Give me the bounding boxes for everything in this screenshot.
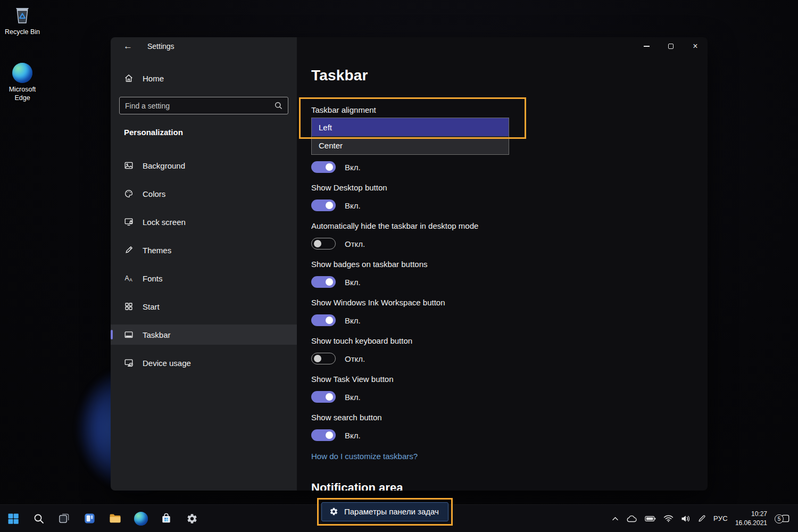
customize-taskbars-link[interactable]: How do I customize taskbars? [311, 452, 418, 461]
minimize-button[interactable] [634, 37, 659, 55]
toggle-search-button[interactable] [311, 429, 336, 441]
edge-button[interactable] [130, 508, 151, 529]
clock-time: 10:27 [735, 510, 767, 518]
taskbar-icon [124, 330, 134, 339]
desktop-icon-microsoft-edge[interactable]: Microsoft Edge [0, 63, 45, 102]
sidebar-item-label: Lock screen [143, 218, 186, 227]
toggle-auto-hide-taskbar[interactable] [311, 238, 336, 250]
toggle-group-task-view: Show Task View button Вкл. [311, 375, 609, 403]
notification-center-button[interactable]: 5 [775, 512, 791, 525]
toggle-group-show-badges: Show badges on taskbar buttons Вкл. [311, 260, 609, 288]
taskbar-settings-tooltip[interactable]: Параметры панели задач [321, 502, 448, 521]
sidebar-item-start[interactable]: Start [111, 296, 297, 317]
toggle-group-search-button: Show search button Вкл. [311, 413, 609, 442]
battery-tray-button[interactable] [645, 516, 656, 522]
search-input[interactable] [125, 102, 275, 110]
sidebar-item-taskbar[interactable]: Taskbar [111, 325, 297, 345]
back-button[interactable]: ← [123, 41, 132, 52]
pen-tray-button[interactable] [698, 514, 706, 522]
toggle-state: Вкл. [345, 201, 361, 210]
toggle-state: Вкл. [345, 278, 361, 287]
sidebar-item-label: Taskbar [143, 330, 171, 339]
page-title: Taskbar [311, 67, 368, 84]
sidebar-item-label: Start [143, 302, 160, 311]
toggle-task-view[interactable] [311, 391, 336, 403]
desktop: Recycle Bin Microsoft Edge ← Settings Ho… [0, 0, 798, 532]
sidebar-item-themes[interactable]: Themes [111, 240, 297, 260]
desktop-icon-label: Microsoft Edge [4, 86, 41, 102]
toggle-label: Show Desktop button [311, 183, 609, 193]
toggle-show-badges[interactable] [311, 276, 336, 288]
window-title: Settings [147, 42, 174, 51]
selected-indicator [111, 330, 113, 339]
start-button[interactable] [3, 508, 23, 529]
toggle-unlabeled[interactable] [311, 161, 336, 173]
system-tray: РУС 10:27 16.06.2021 5 [612, 510, 798, 527]
search-icon [275, 102, 282, 110]
toggle-group-touch-keyboard: Show touch keyboard button Откл. [311, 336, 609, 365]
maximize-button[interactable] [659, 37, 683, 55]
annotation-taskbar-settings-tooltip: Параметры панели задач [317, 498, 453, 526]
settings-window: ← Settings Home Personalization [111, 37, 708, 491]
search-icon [33, 513, 45, 525]
file-explorer-button[interactable] [105, 508, 126, 529]
volume-tray-button[interactable] [681, 515, 691, 522]
colors-icon [124, 189, 134, 198]
desktop-icon-label: Recycle Bin [5, 28, 40, 37]
background-icon [124, 161, 134, 170]
clock[interactable]: 10:27 16.06.2021 [735, 510, 767, 527]
toggle-label: Show Task View button [311, 375, 609, 384]
sidebar-item-device-usage[interactable]: Device usage [111, 353, 297, 373]
cloud-icon [626, 515, 637, 522]
sidebar-item-home[interactable]: Home [111, 68, 297, 88]
fonts-icon: A A [124, 273, 134, 283]
settings-app-button[interactable] [181, 508, 202, 529]
device-usage-icon [124, 358, 134, 368]
volume-icon [681, 515, 691, 522]
taskbar-alignment-label: Taskbar alignment [311, 105, 376, 114]
wifi-tray-button[interactable] [663, 514, 674, 522]
chevron-up-icon [612, 516, 619, 521]
dropdown-option-center[interactable]: Center [312, 136, 509, 154]
widgets-button[interactable] [79, 508, 100, 529]
task-view-button[interactable] [54, 508, 74, 529]
task-view-icon [58, 512, 70, 525]
tray-chevron-button[interactable] [612, 516, 619, 521]
search-box[interactable] [119, 97, 288, 114]
sidebar-item-label: Device usage [143, 359, 191, 368]
sidebar-nav: Background Colors Lock screen [111, 155, 297, 381]
dropdown-option-left[interactable]: Left [312, 118, 509, 136]
onedrive-tray-button[interactable] [626, 515, 637, 522]
toggle-label: Automatically hide the taskbar in deskto… [311, 221, 609, 231]
sidebar-item-fonts[interactable]: A A Fonts [111, 268, 297, 288]
toggle-touch-keyboard[interactable] [311, 353, 336, 364]
language-indicator[interactable]: РУС [713, 514, 728, 522]
clock-date: 16.06.2021 [735, 519, 767, 527]
close-button[interactable]: × [683, 37, 708, 55]
toggle-state: Вкл. [345, 163, 361, 172]
toggle-state: Вкл. [345, 393, 361, 402]
sidebar-item-colors[interactable]: Colors [111, 184, 297, 204]
store-icon [160, 512, 172, 525]
notification-area-heading: Notification area [311, 481, 609, 491]
edge-icon [134, 512, 148, 526]
taskbar-apps [0, 508, 202, 529]
toggle-show-desktop-button[interactable] [311, 200, 336, 211]
lock-screen-icon [124, 217, 134, 227]
window-controls: × [634, 37, 708, 55]
toggle-group-ink-workspace: Show Windows Ink Workspace button Вкл. [311, 298, 609, 327]
taskbar-search-button[interactable] [28, 508, 49, 529]
sidebar-item-background[interactable]: Background [111, 155, 297, 176]
recycle-bin-icon [12, 3, 33, 26]
battery-icon [645, 516, 656, 522]
settings-sidebar: ← Settings Home Personalization [111, 37, 297, 491]
toggle-ink-workspace[interactable] [311, 314, 336, 326]
desktop-icon-recycle-bin[interactable]: Recycle Bin [0, 3, 45, 37]
sidebar-item-lock-screen[interactable]: Lock screen [111, 212, 297, 232]
tooltip-label: Параметры панели задач [344, 507, 439, 516]
toggle-label: Show badges on taskbar buttons [311, 260, 609, 269]
pen-icon [698, 514, 706, 522]
svg-text:A: A [125, 275, 129, 282]
microsoft-store-button[interactable] [156, 508, 177, 529]
toggle-list: Вкл. Show Desktop button Вкл. Automatica… [311, 161, 609, 491]
